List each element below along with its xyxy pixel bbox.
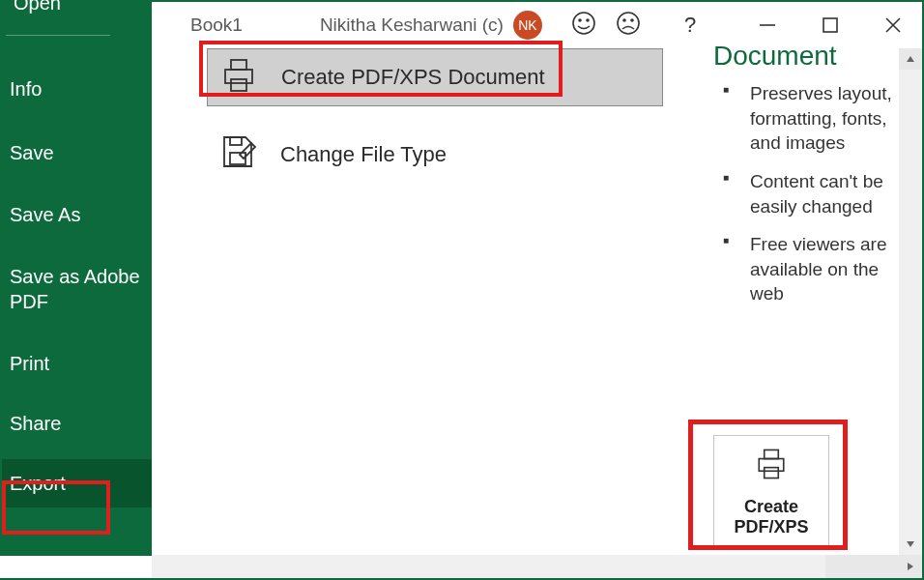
option-label: Create PDF/XPS Document [281, 65, 545, 90]
create-pdf-xps-button[interactable]: Create PDF/XPS [713, 435, 829, 546]
svg-point-5 [631, 19, 633, 21]
pane-heading: Document [713, 41, 895, 72]
sidebar-item-print[interactable]: Print [2, 339, 152, 388]
maximize-button[interactable] [821, 15, 840, 35]
sidebar-item-save-as[interactable]: Save As [2, 190, 152, 239]
scroll-track[interactable] [899, 70, 922, 534]
vertical-scrollbar[interactable] [899, 48, 922, 555]
scroll-up-icon[interactable] [899, 48, 922, 70]
svg-rect-11 [231, 60, 246, 70]
sidebar-item-export[interactable]: Export [2, 459, 152, 508]
scroll-down-icon[interactable] [899, 534, 922, 555]
svg-point-2 [587, 19, 589, 21]
svg-rect-7 [823, 18, 837, 32]
document-title: Book1 [190, 14, 243, 36]
svg-point-1 [579, 19, 581, 21]
svg-point-3 [618, 13, 639, 34]
minimize-button[interactable] [758, 15, 777, 35]
save-edit-icon [217, 131, 259, 178]
option-label: Change File Type [280, 142, 447, 167]
backstage-sidebar: Open Info Save Save As Save as Adobe PDF… [0, 0, 152, 556]
smile-icon[interactable] [571, 11, 596, 40]
svg-rect-17 [765, 467, 779, 478]
svg-rect-15 [759, 458, 783, 471]
svg-point-0 [573, 13, 594, 34]
svg-rect-14 [230, 137, 242, 145]
close-button[interactable] [883, 15, 903, 35]
main-pane: Create PDF/XPS Document Change File Type… [152, 48, 897, 553]
sidebar-item-save-adobe[interactable]: Save as Adobe PDF [2, 252, 152, 326]
printer-icon [217, 54, 260, 101]
svg-rect-12 [231, 79, 246, 91]
bullet-item: Content can't be easily changed [731, 169, 895, 218]
sidebar-item-info[interactable]: Info [2, 65, 152, 113]
sidebar-item-open[interactable]: Open [6, 0, 110, 36]
option-create-pdf-xps[interactable]: Create PDF/XPS Document [207, 48, 663, 106]
frown-icon[interactable] [616, 11, 641, 40]
sidebar-item-save[interactable]: Save [2, 129, 152, 177]
scroll-right-icon[interactable] [825, 555, 922, 578]
bullet-item: Free viewers are available on the web [731, 232, 895, 306]
option-change-file-type[interactable]: Change File Type [207, 126, 663, 184]
bullet-item: Preserves layout, formatting, fonts, and… [731, 81, 895, 156]
avatar[interactable]: NK [513, 11, 542, 40]
printer-icon [750, 445, 793, 487]
svg-rect-10 [225, 70, 252, 83]
svg-point-4 [623, 19, 625, 21]
horizontal-scrollbar[interactable] [152, 555, 922, 578]
svg-rect-16 [765, 450, 779, 458]
help-icon[interactable]: ? [684, 13, 696, 38]
button-label: Create PDF/XPS [714, 497, 828, 537]
user-name: Nikitha Kesharwani (c) [320, 14, 504, 36]
sidebar-item-share[interactable]: Share [2, 399, 152, 448]
